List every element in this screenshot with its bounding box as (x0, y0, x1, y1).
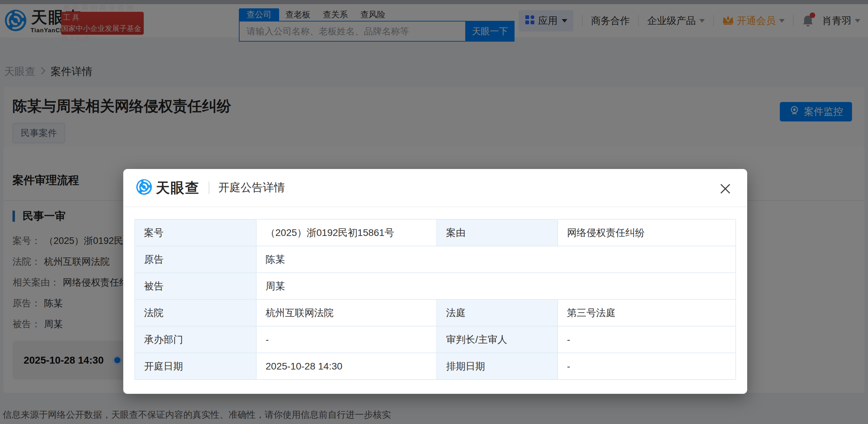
cell-value: - (558, 353, 736, 380)
table-row: 被告 周某 (135, 273, 736, 299)
table-row: 法院 杭州互联网法院 法庭 第三号法庭 (135, 299, 736, 326)
hearing-detail-modal: 天眼查 开庭公告详情 案号 （2025）浙0192民初15861号 案由 网络侵… (123, 169, 747, 394)
cell-label: 法庭 (437, 299, 558, 326)
cell-label: 原告 (135, 246, 256, 273)
cell-label: 法院 (135, 299, 256, 326)
table-row: 原告 陈某 (135, 246, 736, 273)
cell-label: 审判长/主审人 (437, 326, 558, 353)
divider (209, 181, 209, 194)
modal-brand-name: 天眼查 (156, 178, 200, 197)
cell-label: 案由 (437, 219, 558, 246)
tianyancha-eye-icon (136, 179, 152, 197)
cell-value: 第三号法庭 (558, 299, 736, 326)
table-row: 开庭日期 2025-10-28 14:30 排期日期 - (135, 353, 736, 380)
close-icon[interactable] (719, 182, 732, 195)
cell-label: 承办部门 (135, 326, 256, 353)
cell-label: 排期日期 (437, 353, 558, 380)
cell-value: - (256, 326, 437, 353)
cell-value: 陈某 (256, 246, 736, 273)
cell-value: 2025-10-28 14:30 (256, 353, 437, 380)
table-row: 案号 （2025）浙0192民初15861号 案由 网络侵权责任纠纷 (135, 219, 736, 246)
table-row: 承办部门 - 审判长/主审人 - (135, 326, 736, 353)
cell-value: 杭州互联网法院 (256, 299, 437, 326)
modal-title: 开庭公告详情 (218, 180, 285, 195)
modal-header: 天眼查 开庭公告详情 (123, 169, 747, 207)
cell-value: （2025）浙0192民初15861号 (256, 219, 437, 246)
cell-label: 被告 (135, 273, 256, 299)
cell-value: 网络侵权责任纠纷 (558, 219, 736, 246)
cell-label: 开庭日期 (135, 353, 256, 380)
modal-brand-logo: 天眼查 (136, 178, 200, 197)
modal-body: 案号 （2025）浙0192民初15861号 案由 网络侵权责任纠纷 原告 陈某… (123, 207, 747, 380)
cell-value: - (558, 326, 736, 353)
hearing-detail-table: 案号 （2025）浙0192民初15861号 案由 网络侵权责任纠纷 原告 陈某… (134, 219, 736, 380)
cell-label: 案号 (135, 219, 256, 246)
cell-value: 周某 (256, 273, 736, 299)
